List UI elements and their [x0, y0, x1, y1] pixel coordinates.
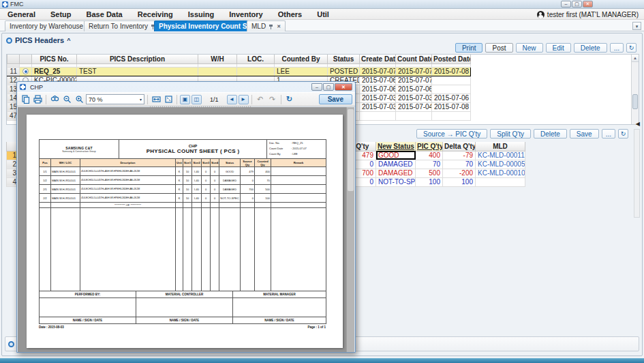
col-pics-no[interactable]: PICS No.	[32, 55, 77, 63]
col-counted-by[interactable]: Counted By	[275, 55, 328, 63]
detail-delete-button[interactable]: Delete	[534, 129, 567, 139]
find-icon[interactable]	[49, 94, 60, 105]
menu-general[interactable]: General	[0, 10, 43, 18]
col-pic-qty[interactable]: PIC Q'ty	[416, 142, 443, 151]
pics-headers-section-header[interactable]: PICS Headers ^	[6, 36, 70, 44]
zoom-level-select[interactable]: 70 % ▾	[86, 94, 144, 104]
cell-count-date[interactable]: 2015-07-06	[396, 85, 432, 93]
cell-status[interactable]: POSTED	[328, 67, 360, 76]
cell-create-date[interactable]: 2015-07-07	[360, 67, 396, 76]
cell-count-date[interactable]: 2015-07-07	[396, 67, 432, 76]
cell-pic-qty[interactable]: 500	[416, 169, 443, 177]
cell-delta-qty[interactable]: -200	[443, 169, 476, 177]
cell-count-date[interactable]: 2015-07-04	[396, 102, 432, 111]
table-row[interactable]: 11 REQ_25 TEST LEE POSTED 2015-07-07 201…	[7, 67, 471, 76]
headers-grid-scrollbar[interactable]: ▲	[631, 55, 639, 124]
fit-width-icon[interactable]	[151, 94, 162, 105]
next-page-icon[interactable]: ►	[239, 95, 249, 104]
col-status[interactable]: Status	[328, 55, 360, 63]
cell-new-status[interactable]: DAMAGED	[376, 169, 416, 177]
details-scrollbar[interactable]	[634, 129, 640, 218]
rotate-left-icon[interactable]: ↶	[255, 94, 266, 105]
cell-counted-by[interactable]: LEE	[275, 67, 328, 76]
cell-posted-date[interactable]	[432, 85, 471, 93]
cell-create-date[interactable]: 2015-07-03	[360, 93, 396, 102]
single-page-icon[interactable]: ▣	[180, 95, 190, 104]
col-create-date[interactable]: Create Date	[360, 55, 396, 63]
detail-save-button[interactable]: Save	[570, 129, 599, 139]
menu-issuing[interactable]: Issuing	[181, 10, 222, 18]
previous-page-icon[interactable]: ◄	[227, 95, 237, 104]
cell-pic-qty[interactable]: 100	[416, 177, 443, 186]
cell-pics-no[interactable]: REQ_25	[32, 67, 77, 76]
cell-posted-date[interactable]: 2015-07-08	[432, 102, 471, 111]
window-minimize-button[interactable]: –	[561, 1, 571, 8]
cell-count-date[interactable]: 2015-07-07	[396, 76, 432, 85]
menu-setup[interactable]: Setup	[43, 10, 79, 18]
cell-create-date[interactable]: 2015-07-06	[360, 76, 396, 85]
scrollbar-thumb[interactable]	[632, 94, 638, 109]
scrollbar-thumb[interactable]	[348, 109, 354, 191]
source-to-pic-qty-button[interactable]: Source → PIC Q'ty	[416, 129, 487, 139]
popup-save-button[interactable]: Save	[319, 94, 352, 104]
delete-button[interactable]: Delete	[574, 43, 607, 53]
menu-base-data[interactable]: Base Data	[79, 10, 130, 18]
preview-scrollbar[interactable]	[346, 107, 354, 352]
popup-close-button[interactable]: ✕	[335, 83, 352, 91]
cell-posted-date[interactable]	[432, 76, 471, 85]
detail-refresh-icon[interactable]: ↻	[618, 129, 628, 139]
cell-desc[interactable]: TEST	[77, 67, 198, 76]
menu-util[interactable]: Util	[309, 10, 337, 18]
details-collapse-icon[interactable]: ◀	[636, 121, 640, 127]
menu-receiving[interactable]: Receiving	[130, 10, 181, 18]
col-delta-qty[interactable]: Delta Q'ty	[443, 142, 476, 151]
col-pics-description[interactable]: PICS Description	[77, 55, 198, 63]
cell-wh[interactable]	[198, 67, 237, 76]
cell-mld-link[interactable]: KC-MLD-00005	[476, 160, 525, 169]
detail-more-button[interactable]: ...	[602, 129, 615, 139]
cell-delta-qty[interactable]: 70	[443, 160, 476, 169]
cell-loc[interactable]	[237, 67, 275, 76]
close-tab-icon[interactable]: ✕	[277, 24, 281, 29]
pin-icon[interactable]	[269, 24, 274, 29]
edit-button[interactable]: Edit	[546, 43, 571, 53]
cell-pic-qty[interactable]: 400	[416, 151, 443, 160]
rotate-right-icon[interactable]: ↷	[267, 94, 278, 105]
popup-minimize-button[interactable]: –	[311, 83, 322, 91]
cell-mld-link[interactable]: KC-MLD-00010	[476, 169, 525, 177]
refresh-preview-icon[interactable]: ↻	[284, 94, 295, 105]
cell-posted-date[interactable]	[432, 111, 471, 120]
col-loc[interactable]: LOC.	[237, 55, 275, 63]
col-mld[interactable]: MLD	[476, 142, 525, 151]
popup-titlebar[interactable]: CHP – ▢ ✕	[17, 82, 355, 92]
cell-mld-link[interactable]	[476, 177, 525, 186]
menu-others[interactable]: Others	[271, 10, 309, 18]
cell-create-date[interactable]: 2015-07-06	[360, 85, 396, 93]
cell-delta-qty[interactable]: -79	[443, 151, 476, 160]
print-icon[interactable]	[32, 94, 43, 105]
post-button[interactable]: Post	[485, 43, 512, 53]
cell-pic-qty[interactable]: 70	[416, 160, 443, 169]
cell-create-date[interactable]: 2015-07-03	[360, 102, 396, 111]
fit-page-icon[interactable]	[163, 94, 174, 105]
cell-posted-date[interactable]: 2015-07-06	[432, 93, 471, 102]
zoom-out-icon[interactable]	[61, 94, 72, 105]
col-wh[interactable]: W/H	[198, 55, 237, 63]
cell-delta-qty[interactable]: 100	[443, 177, 476, 186]
cell-new-status[interactable]: DAMAGED	[376, 160, 416, 169]
window-close-button[interactable]: ✕	[583, 1, 593, 8]
cell-count-date[interactable]	[396, 111, 432, 120]
tab-overflow-button[interactable]: ▾	[632, 22, 641, 30]
print-button[interactable]: Print	[455, 43, 483, 53]
cell-mld-link[interactable]: KC-MLD-00011	[476, 151, 525, 160]
cell-create-date[interactable]	[360, 111, 396, 120]
col-count-date[interactable]: Count Date	[396, 55, 432, 63]
cell-posted-date[interactable]: 2015-07-08	[432, 67, 471, 76]
menu-inventory[interactable]: Inventory	[221, 10, 271, 18]
export-copy-icon[interactable]	[20, 94, 31, 105]
cell-count-date[interactable]: 2015-07-03	[396, 93, 432, 102]
refresh-icon[interactable]: ↻	[626, 43, 637, 53]
collapse-caret-icon[interactable]: ^	[67, 37, 70, 44]
zoom-in-icon[interactable]	[74, 94, 85, 105]
split-qty-button[interactable]: Split Q'ty	[490, 129, 531, 139]
